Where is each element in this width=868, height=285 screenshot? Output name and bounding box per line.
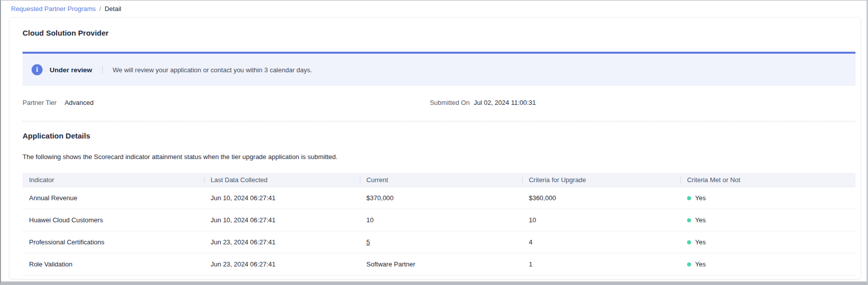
partner-tier-value: Advanced: [65, 99, 94, 106]
criteria-for-upgrade-cell: 1: [522, 253, 681, 275]
status-banner: i Under review We will review your appli…: [23, 52, 855, 86]
last-data-collected-cell: Jun 23, 2024 06:27:41: [204, 231, 360, 253]
status-dot-green: [687, 196, 691, 200]
criteria-for-upgrade-cell: $360,000: [522, 187, 681, 209]
page: Requested Partner Programs / Detail Clou…: [0, 0, 868, 285]
criteria-met-cell: Yes: [681, 209, 855, 231]
status-message: We will review your application or conta…: [113, 66, 312, 74]
detail-card: Cloud Solution Provider i Under review W…: [9, 17, 861, 279]
table-body: Annual RevenueJun 10, 2024 06:27:41$370,…: [23, 187, 855, 275]
page-title: Cloud Solution Provider: [23, 29, 854, 37]
indicator-cell: Annual Revenue: [23, 187, 204, 209]
criteria-met-text: Yes: [695, 217, 706, 224]
current-value-cell: 10: [360, 209, 522, 231]
partner-tier-label: Partner Tier: [23, 99, 57, 106]
indicator-cell: Professional Certifications: [23, 231, 204, 253]
last-data-collected-cell: Jun 10, 2024 06:27:41: [204, 187, 360, 209]
status-text: Under review: [50, 66, 92, 74]
table-row-huawei-cloud-customers: Huawei Cloud CustomersJun 10, 2024 06:27…: [23, 209, 855, 231]
submitted-on-value: Jul 02, 2024 11:00:31: [474, 99, 536, 106]
submitted-on-label: Submitted On: [430, 99, 470, 106]
criteria-met-cell: Yes: [681, 253, 855, 275]
current-value-cell: 5: [360, 231, 522, 253]
criteria-met-text: Yes: [695, 261, 706, 268]
table-row-annual-revenue: Annual RevenueJun 10, 2024 06:27:41$370,…: [23, 187, 855, 209]
column-header-current: Current: [360, 173, 522, 187]
criteria-for-upgrade-cell: 4: [522, 231, 681, 253]
indicators-table: IndicatorLast Data CollectedCurrentCrite…: [23, 173, 855, 275]
column-header-last-data-collected: Last Data Collected: [204, 173, 360, 187]
current-value-cell: Software Partner: [360, 253, 522, 275]
submitted-on-field: Submitted On Jul 02, 2024 11:00:31: [430, 99, 536, 106]
status-dot-green: [687, 218, 691, 222]
breadcrumb-current: Detail: [105, 5, 121, 13]
indicator-cell: Role Validation: [23, 253, 204, 275]
breadcrumb-separator: /: [99, 5, 101, 13]
section-divider: [23, 121, 855, 121]
column-header-indicator: Indicator: [23, 173, 204, 187]
last-data-collected-cell: Jun 23, 2024 06:27:41: [204, 253, 360, 275]
table-row-role-validation: Role ValidationJun 23, 2024 06:27:41Soft…: [23, 253, 855, 275]
last-data-collected-cell: Jun 10, 2024 06:27:41: [204, 209, 360, 231]
criteria-met-text: Yes: [695, 195, 706, 202]
table-header-row: IndicatorLast Data CollectedCurrentCrite…: [23, 173, 855, 187]
column-header-criteria-for-upgrade: Criteria for Upgrade: [522, 173, 681, 187]
table-row-professional-certifications: Professional CertificationsJun 23, 2024 …: [23, 231, 855, 253]
criteria-met-cell: Yes: [681, 187, 855, 209]
current-value-cell: $370,000: [360, 187, 522, 209]
summary-row: Partner Tier Advanced Submitted On Jul 0…: [23, 99, 855, 106]
breadcrumb: Requested Partner Programs / Detail: [1, 1, 866, 17]
banner-divider: [102, 66, 103, 74]
status-dot-green: [687, 262, 691, 266]
criteria-met-text: Yes: [695, 239, 706, 246]
partner-tier-field: Partner Tier Advanced: [23, 99, 430, 106]
status-dot-green: [687, 240, 691, 244]
table-header: IndicatorLast Data CollectedCurrentCrite…: [23, 173, 855, 187]
application-details-description: The following shows the Scorecard indica…: [23, 153, 854, 161]
current-value-link[interactable]: 5: [366, 238, 370, 246]
criteria-met-cell: Yes: [681, 231, 855, 253]
criteria-for-upgrade-cell: 10: [522, 209, 681, 231]
info-icon: i: [32, 64, 43, 75]
column-header-criteria-met-or-not: Criteria Met or Not: [681, 173, 855, 187]
breadcrumb-link-requested-partner-programs[interactable]: Requested Partner Programs: [11, 5, 96, 13]
application-details-title: Application Details: [23, 132, 854, 140]
indicator-cell: Huawei Cloud Customers: [23, 209, 204, 231]
